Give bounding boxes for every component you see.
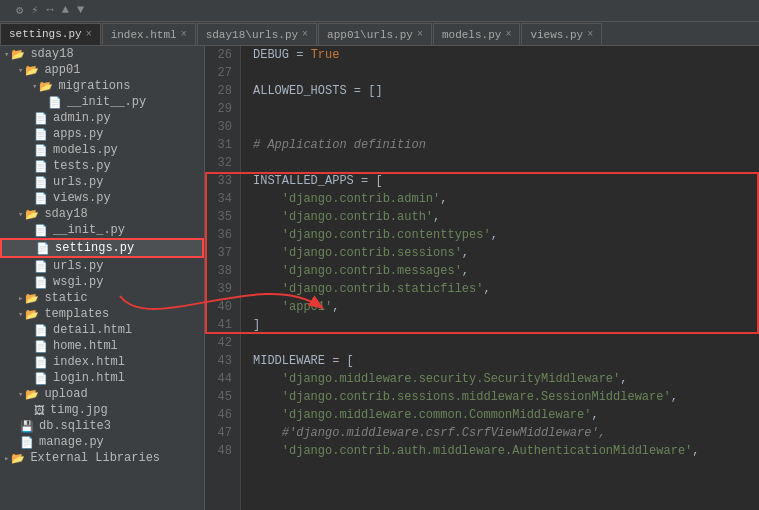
line-number-40: 40 [213,298,232,316]
tree-item-detail-html[interactable]: 📄 detail.html [0,322,204,338]
tab-views-py[interactable]: views.py× [521,23,602,45]
close-icon[interactable]: × [587,29,593,40]
tab-index-html[interactable]: index.html× [102,23,196,45]
code-line-39: 'django.contrib.staticfiles', [253,280,747,298]
tree-item-timg-jpg[interactable]: 🖼 timg.jpg [0,402,204,418]
tree-item-upload[interactable]: ▾ 📂 upload [0,386,204,402]
code-line-31: # Application definition [253,136,747,154]
tree-item-label: External Libraries [30,451,160,465]
tree-item-db-sqlite3[interactable]: 💾 db.sqlite3 [0,418,204,434]
code-line-27 [253,64,747,82]
tree-item-manage-py[interactable]: 📄 manage.py [0,434,204,450]
tree-item-app01[interactable]: ▾ 📂 app01 [0,62,204,78]
top-bar: ⚙ ⚡ ↔ ▲ ▼ [0,0,759,22]
code-line-26: DEBUG = True [253,46,747,64]
tree-item-home-html[interactable]: 📄 home.html [0,338,204,354]
img-icon: 🖼 [34,404,45,417]
tree-item-sday18[interactable]: ▾ 📂 sday18 [0,206,204,222]
py-icon: 📄 [34,160,48,173]
py-icon: 📄 [48,96,62,109]
code-line-29 [253,100,747,118]
tree-item-admin-py[interactable]: 📄 admin.py [0,110,204,126]
html-icon: 📄 [34,372,48,385]
tree-item-views-py[interactable]: 📄 views.py [0,190,204,206]
py-icon: 📄 [34,112,48,125]
line-number-44: 44 [213,370,232,388]
py-icon: 📄 [34,176,48,189]
tree-item-migrations[interactable]: ▾ 📂 migrations [0,78,204,94]
code-line-36: 'django.contrib.contenttypes', [253,226,747,244]
tree-item-label: tests.py [53,159,111,173]
tab-app01-urls-py[interactable]: app01\urls.py× [318,23,432,45]
tree-item-label: upload [44,387,87,401]
tree-item-tests-py[interactable]: 📄 tests.py [0,158,204,174]
tree-item-apps-py[interactable]: 📄 apps.py [0,126,204,142]
sync-icon[interactable]: ⚡ [29,3,40,18]
close-icon[interactable]: × [86,29,92,40]
tree-item-label: static [44,291,87,305]
close-icon[interactable]: × [302,29,308,40]
tree-item-label: sday18 [44,207,87,221]
tree-item-label: __init_.py [53,223,125,237]
tree-item---init---py[interactable]: 📄 __init__.py [0,94,204,110]
tree-item-urls-py[interactable]: 📄 urls.py [0,174,204,190]
folder-icon: 📂 [11,452,25,465]
arrow-icon: ▸ [18,293,23,304]
code-area: 2627282930313233343536373839404142434445… [205,46,759,510]
tree-item-wsgi-py[interactable]: 📄 wsgi.py [0,274,204,290]
expand-icon[interactable]: ↔ [44,3,55,18]
arrow-icon: ▾ [18,309,23,320]
tree-item-label: urls.py [53,259,103,273]
code-line-37: 'django.contrib.sessions', [253,244,747,262]
tree-item-urls-py[interactable]: 📄 urls.py [0,258,204,274]
up-icon[interactable]: ▲ [60,3,71,18]
tree-item-label: views.py [53,191,111,205]
folder-icon: 📂 [11,48,25,61]
tree-item-settings-py[interactable]: 📄 settings.py [0,238,204,258]
tab-settings-py[interactable]: settings.py× [0,23,101,45]
arrow-icon: ▾ [32,81,37,92]
tree-item-label: models.py [53,143,118,157]
tree-item-label: templates [44,307,109,321]
close-icon[interactable]: × [417,29,423,40]
tree-item-templates[interactable]: ▾ 📂 templates [0,306,204,322]
close-icon[interactable]: × [181,29,187,40]
arrow-icon: ▾ [18,209,23,220]
line-number-38: 38 [213,262,232,280]
line-number-36: 36 [213,226,232,244]
tab-label: views.py [530,29,583,41]
tab-sday18-urls-py[interactable]: sday18\urls.py× [197,23,317,45]
tree-item-index-html[interactable]: 📄 index.html [0,354,204,370]
code-line-32 [253,154,747,172]
settings-icon[interactable]: ⚙ [14,3,25,18]
tree-item-label: login.html [53,371,125,385]
tree-item-label: timg.jpg [50,403,108,417]
code-line-45: 'django.contrib.sessions.middleware.Sess… [253,388,747,406]
code-line-38: 'django.contrib.messages', [253,262,747,280]
folder-icon: 📂 [25,292,39,305]
arrow-icon: ▾ [4,49,9,60]
html-icon: 📄 [34,356,48,369]
tab-models-py[interactable]: models.py× [433,23,520,45]
tree-item-login-html[interactable]: 📄 login.html [0,370,204,386]
folder-icon: 📂 [25,64,39,77]
code-line-47: #'django.middleware.csrf.CsrfViewMiddlew… [253,424,747,442]
tree-item-static[interactable]: ▸ 📂 static [0,290,204,306]
tree-item-label: admin.py [53,111,111,125]
code-line-44: 'django.middleware.security.SecurityMidd… [253,370,747,388]
down-icon[interactable]: ▼ [75,3,86,18]
tree-item-external-libraries[interactable]: ▸ 📂 External Libraries [0,450,204,466]
code-line-42 [253,334,747,352]
code-line-41: ] [253,316,747,334]
tree-item-label: app01 [44,63,80,77]
arrow-icon: ▾ [18,389,23,400]
close-icon[interactable]: × [505,29,511,40]
tree-item-sday18[interactable]: ▾ 📂 sday18 [0,46,204,62]
line-number-39: 39 [213,280,232,298]
sidebar: ▾ 📂 sday18 ▾ 📂 app01 ▾ 📂 migrations 📄 __… [0,46,205,510]
line-number-42: 42 [213,334,232,352]
tree-item-models-py[interactable]: 📄 models.py [0,142,204,158]
tab-label: models.py [442,29,501,41]
line-number-41: 41 [213,316,232,334]
tree-item---init--py[interactable]: 📄 __init_.py [0,222,204,238]
